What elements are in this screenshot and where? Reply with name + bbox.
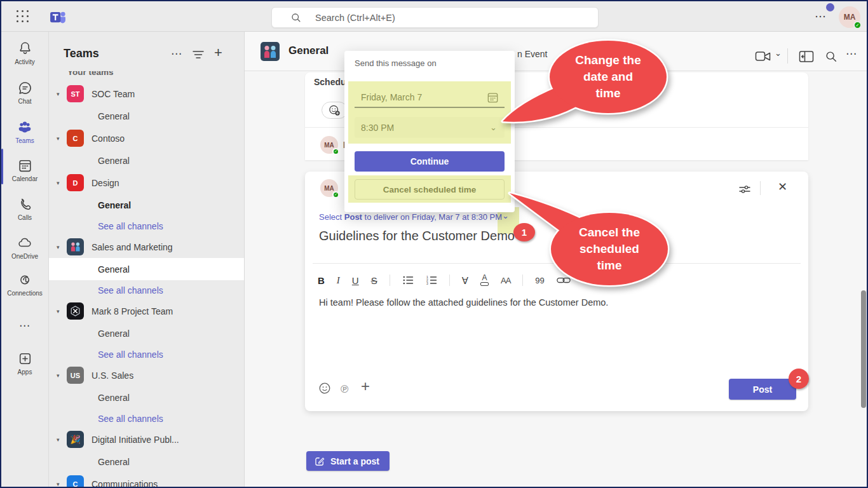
italic-button[interactable]: I bbox=[337, 276, 340, 285]
rail-more-icon[interactable]: ⋯ bbox=[1, 319, 48, 334]
rail-label: Apps bbox=[18, 369, 32, 376]
rail-item-calendar[interactable]: Calendar bbox=[1, 158, 48, 193]
rail-item-teams[interactable]: Teams bbox=[1, 119, 48, 154]
strikethrough-button[interactable]: S bbox=[371, 276, 377, 285]
chevron-expand-icon[interactable]: ▾ bbox=[57, 135, 60, 142]
team-name: Sales and Marketing bbox=[92, 242, 173, 252]
compose-author-avatar: MA ✓ bbox=[320, 179, 338, 197]
quote-button[interactable]: 99 bbox=[535, 276, 544, 285]
close-icon[interactable]: ✕ bbox=[778, 180, 787, 194]
meet-camera-icon[interactable] bbox=[755, 50, 771, 64]
team-row-sales-and-marketing[interactable]: ▾ Sales and Marketing bbox=[49, 236, 244, 258]
team-row-us-sales[interactable]: ▾ US U.S. Sales bbox=[49, 364, 244, 386]
schedule-chevron-icon[interactable]: ⌄ bbox=[502, 211, 509, 220]
rail-item-apps[interactable]: Apps bbox=[1, 351, 48, 386]
start-a-post-button[interactable]: Start a post bbox=[306, 451, 390, 471]
team-avatar: US bbox=[67, 367, 84, 384]
bullet-list-button[interactable] bbox=[402, 275, 414, 285]
chevron-expand-icon[interactable]: ▾ bbox=[57, 180, 60, 186]
meet-chevron-icon[interactable]: ⌄ bbox=[775, 48, 782, 58]
emoji-icon[interactable] bbox=[318, 381, 332, 395]
text-highlight-button[interactable]: ∀ bbox=[462, 276, 468, 285]
add-reaction-button[interactable] bbox=[322, 102, 348, 119]
presence-available-icon: ✓ bbox=[332, 148, 339, 155]
bold-button[interactable]: B bbox=[318, 276, 325, 285]
channel-row-general[interactable]: General bbox=[49, 149, 244, 172]
continue-button[interactable]: Continue bbox=[355, 151, 505, 172]
teams-app-window: Search (Ctrl+Alt+E) ⋯ MA ✓ Activity Chat bbox=[0, 0, 868, 488]
rail-item-chat[interactable]: Chat bbox=[1, 80, 48, 116]
profile-avatar[interactable]: MA ✓ bbox=[839, 6, 860, 28]
channel-row-general[interactable]: General bbox=[49, 322, 244, 344]
open-pane-icon[interactable] bbox=[799, 50, 814, 64]
vertical-scrollbar[interactable] bbox=[861, 290, 866, 408]
topbar-more-icon[interactable]: ⋯ bbox=[815, 10, 827, 24]
see-all-channels-link[interactable]: See all channels bbox=[49, 409, 244, 428]
chevron-expand-icon[interactable]: ▾ bbox=[57, 244, 60, 250]
date-field[interactable]: Friday, March 7 bbox=[355, 87, 505, 108]
search-input[interactable]: Search (Ctrl+Alt+E) bbox=[271, 7, 599, 28]
subject-input[interactable]: Guidelines for the Customer Demo bbox=[319, 229, 515, 243]
channel-name: General bbox=[98, 393, 130, 403]
channel-row-general[interactable]: General bbox=[49, 386, 244, 409]
chevron-expand-icon[interactable]: ▾ bbox=[57, 437, 60, 443]
avatar-initials: MA bbox=[324, 185, 334, 192]
rail-item-onedrive[interactable]: OneDrive bbox=[1, 235, 48, 271]
channel-row-general-selected[interactable]: General bbox=[49, 258, 244, 280]
post-button-label: Post bbox=[753, 384, 772, 395]
channel-avatar bbox=[261, 42, 280, 61]
see-all-channels-link[interactable]: See all channels bbox=[49, 344, 244, 364]
font-color-button[interactable]: A bbox=[480, 274, 489, 286]
font-size-button[interactable]: AA bbox=[501, 276, 510, 285]
see-all-channels-link[interactable]: See all channels bbox=[49, 280, 244, 300]
insert-link-button[interactable] bbox=[557, 276, 571, 285]
channel-more-icon[interactable]: ⋯ bbox=[846, 47, 857, 60]
rail-item-connections[interactable]: Connections bbox=[1, 272, 48, 308]
chevron-expand-icon[interactable]: ▾ bbox=[57, 91, 60, 97]
filter-icon[interactable] bbox=[193, 50, 204, 59]
channel-search-icon[interactable] bbox=[824, 50, 838, 64]
chevron-expand-icon[interactable]: ▾ bbox=[57, 308, 60, 315]
compose-divider bbox=[760, 181, 761, 195]
team-row-soc-team[interactable]: ▾ ST SOC Team bbox=[49, 83, 244, 105]
see-all-channels-link[interactable]: See all channels bbox=[49, 216, 244, 236]
teams-logo[interactable] bbox=[50, 8, 66, 25]
toolbar-divider bbox=[449, 274, 450, 286]
see-all-label: See all channels bbox=[98, 285, 163, 295]
channel-title: General bbox=[288, 44, 329, 57]
team-row-contoso[interactable]: ▾ C Contoso bbox=[49, 127, 244, 149]
time-chevron-icon[interactable]: ⌄ bbox=[490, 123, 497, 132]
post-button[interactable]: Post bbox=[729, 379, 796, 400]
message-options-sliders-icon[interactable] bbox=[737, 182, 752, 197]
team-row-digital-initiative[interactable]: ▾ 🎉 Digital Initiative Publ... bbox=[49, 428, 244, 451]
channel-name: General bbox=[98, 329, 130, 339]
presence-available-icon: ✓ bbox=[332, 191, 339, 198]
team-avatar: C bbox=[67, 475, 84, 487]
channel-row-general[interactable]: General bbox=[49, 105, 244, 127]
message-body-input[interactable]: Hi team! Please follow the attached guid… bbox=[319, 297, 608, 308]
rail-item-calls[interactable]: Calls bbox=[1, 196, 48, 232]
loop-component-icon[interactable]: ℗ bbox=[341, 383, 349, 396]
svg-text:3: 3 bbox=[426, 281, 428, 285]
app-rail: Activity Chat Teams bbox=[1, 32, 49, 487]
underline-button[interactable]: U bbox=[352, 276, 359, 285]
chevron-expand-icon[interactable]: ▾ bbox=[57, 481, 60, 487]
time-field[interactable]: 8:30 PM ⌄ bbox=[355, 117, 505, 138]
calendar-picker-icon[interactable] bbox=[486, 91, 499, 104]
attach-plus-icon[interactable]: + bbox=[361, 377, 370, 395]
channel-row-general[interactable]: General bbox=[49, 451, 244, 473]
rail-label: Activity bbox=[15, 58, 35, 65]
team-row-communications[interactable]: ▾ C Communications bbox=[49, 473, 244, 487]
rail-item-activity[interactable]: Activity bbox=[1, 41, 48, 76]
team-row-design[interactable]: ▾ D Design bbox=[49, 172, 244, 194]
chevron-expand-icon[interactable]: ▾ bbox=[57, 372, 60, 379]
channel-row-general-unread[interactable]: General bbox=[49, 194, 244, 216]
numbered-list-button[interactable]: 1 2 3 bbox=[426, 275, 437, 285]
event-button-fragment[interactable]: n Event bbox=[517, 49, 547, 59]
waffle-menu-icon[interactable] bbox=[17, 10, 29, 23]
sidebar-more-icon[interactable]: ⋯ bbox=[171, 47, 182, 60]
channel-name: General bbox=[98, 111, 130, 121]
cancel-scheduled-time-button[interactable]: Cancel scheduled time bbox=[355, 179, 505, 200]
add-team-icon[interactable]: + bbox=[214, 44, 222, 61]
team-row-mark-8-project-team[interactable]: ▾ Mark 8 Project Team bbox=[49, 300, 244, 322]
